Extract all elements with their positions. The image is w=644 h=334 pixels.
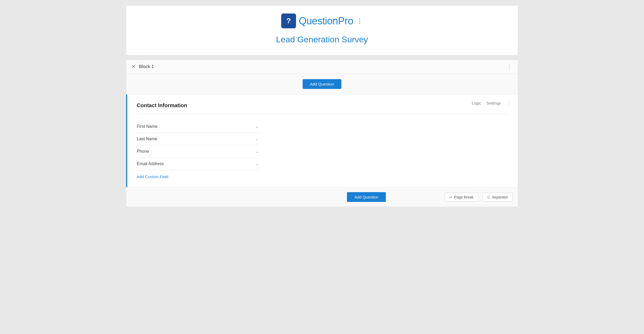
- separator-label: Separator: [492, 195, 508, 199]
- settings-link[interactable]: Settings: [487, 101, 501, 105]
- separator-button[interactable]: ☑ Separator: [482, 193, 513, 202]
- bottom-bar-right: ⇌ Page Break ☑ Separator: [445, 193, 513, 202]
- chevron-down-email-icon: ⌄: [255, 162, 259, 166]
- top-add-question-bar: Add Question: [126, 74, 518, 94]
- add-custom-field-link[interactable]: Add Custom Field: [137, 174, 168, 179]
- field-label-last-name: Last Name: [137, 137, 157, 141]
- logo-question-mark: ?: [286, 17, 291, 25]
- field-label-email: Email Address: [137, 161, 164, 166]
- brand-name: QuestionPro: [299, 15, 353, 27]
- field-row-phone[interactable]: Phone ⌄: [137, 145, 259, 158]
- logo-icon: ?: [281, 13, 296, 28]
- field-row-last-name[interactable]: Last Name ⌄: [137, 133, 259, 145]
- field-row-first-name[interactable]: First Name ⌄: [137, 120, 259, 133]
- logo-area: ? QuestionPro ⋮: [281, 13, 363, 28]
- block-title: Block 1: [139, 64, 154, 69]
- field-row-email[interactable]: Email Address ⌄: [137, 158, 259, 170]
- page-break-label: Page Break: [454, 195, 473, 199]
- logo-menu-dots-icon[interactable]: ⋮: [356, 18, 363, 24]
- survey-title: Lead Generation Survey: [276, 35, 368, 44]
- section-divider: [137, 114, 507, 114]
- chevron-down-first-name-icon: ⌄: [255, 124, 259, 129]
- question-card-actions: Logic Settings ⋮: [472, 100, 511, 106]
- top-add-question-button[interactable]: Add Question: [303, 79, 342, 89]
- page-break-button[interactable]: ⇌ Page Break: [445, 193, 478, 202]
- bottom-add-question-bar: Add Question: [288, 192, 445, 202]
- field-rows: First Name ⌄ Last Name ⌄ Phone ⌄ Email A…: [137, 120, 259, 170]
- block-section: ✕ Block 1 ⋮ Add Question Logic Settings …: [126, 60, 518, 207]
- field-label-phone: Phone: [137, 149, 149, 154]
- header-card: ? QuestionPro ⋮ Lead Generation Survey: [126, 5, 518, 55]
- collapse-icon[interactable]: ✕: [131, 64, 135, 70]
- block-header: ✕ Block 1 ⋮: [126, 60, 518, 74]
- contact-info-title: Contact Information: [137, 102, 507, 109]
- question-card: Logic Settings ⋮ Contact Information Fir…: [126, 94, 518, 187]
- page-wrapper: ? QuestionPro ⋮ Lead Generation Survey ✕…: [126, 5, 518, 207]
- field-label-first-name: First Name: [137, 124, 157, 129]
- brand-name-blue: Pro: [338, 15, 353, 26]
- chevron-down-phone-icon: ⌄: [255, 149, 259, 154]
- block-menu-dots-icon[interactable]: ⋮: [507, 64, 513, 70]
- block-header-left: ✕ Block 1: [131, 64, 154, 70]
- logic-link[interactable]: Logic: [472, 101, 481, 105]
- bottom-bar: Add Question ⇌ Page Break ☑ Separator: [126, 187, 518, 207]
- logo-text-group: QuestionPro ⋮: [299, 15, 363, 27]
- bottom-add-question-button[interactable]: Add Question: [347, 192, 386, 202]
- page-break-icon: ⇌: [449, 195, 452, 199]
- question-menu-dots-icon[interactable]: ⋮: [506, 100, 511, 106]
- chevron-down-last-name-icon: ⌄: [255, 137, 259, 141]
- separator-icon: ☑: [487, 195, 490, 199]
- brand-name-dark: Question: [299, 15, 338, 26]
